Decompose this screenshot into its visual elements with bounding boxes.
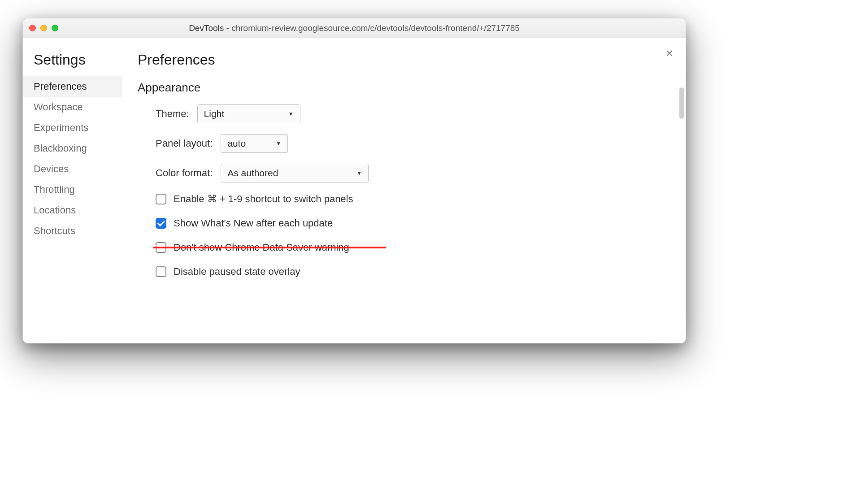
theme-row: Theme: Light ▼	[156, 104, 670, 123]
content-area: × Settings PreferencesWorkspaceExperimen…	[23, 38, 686, 343]
zoom-window-button[interactable]	[52, 25, 58, 31]
checkbox-row: Disable paused state overlay	[156, 266, 670, 278]
chevron-down-icon: ▼	[288, 111, 294, 117]
checkbox-label: Show What's New after each update	[174, 217, 333, 229]
checkbox-label: Don't show Chrome Data Saver warning	[174, 242, 349, 253]
theme-value: Light	[204, 109, 225, 119]
layout-row: Panel layout: auto ▼	[156, 134, 670, 153]
colorformat-value: As authored	[227, 168, 278, 178]
chevron-down-icon: ▼	[356, 170, 362, 176]
sidebar-item-preferences[interactable]: Preferences	[22, 76, 122, 97]
chevron-down-icon: ▼	[276, 140, 281, 147]
checkbox-row: Show What's New after each update	[156, 217, 670, 229]
colorformat-select[interactable]: As authored ▼	[221, 164, 369, 182]
checkbox[interactable]	[156, 218, 166, 229]
checkbox-row: Enable ⌘ + 1-9 shortcut to switch panels	[156, 193, 670, 205]
sidebar-item-blackboxing[interactable]: Blackboxing	[22, 138, 122, 159]
theme-select[interactable]: Light ▼	[197, 104, 300, 123]
sidebar-item-shortcuts[interactable]: Shortcuts	[22, 221, 122, 241]
window-title: DevTools - chromium-review.googlesource.…	[23, 23, 686, 33]
sidebar-item-throttling[interactable]: Throttling	[22, 179, 122, 200]
checkbox-row: Don't show Chrome Data Saver warning	[156, 242, 670, 253]
sidebar-item-workspace[interactable]: Workspace	[22, 97, 122, 117]
main-panel: Preferences Appearance Theme: Light ▼ Pa…	[122, 38, 686, 343]
layout-label: Panel layout:	[156, 138, 213, 149]
settings-sidebar: Settings PreferencesWorkspaceExperiments…	[22, 38, 122, 343]
window-title-path: chromium-review.googlesource.com/c/devto…	[231, 23, 520, 33]
page-title: Preferences	[138, 52, 670, 68]
layout-value: auto	[227, 138, 246, 149]
checkbox-label: Enable ⌘ + 1-9 shortcut to switch panels	[174, 193, 353, 205]
sidebar-title: Settings	[23, 52, 122, 76]
layout-select[interactable]: auto ▼	[221, 134, 288, 153]
close-window-button[interactable]	[29, 25, 36, 31]
window-title-label: DevTools	[189, 23, 224, 33]
sidebar-item-locations[interactable]: Locations	[22, 200, 122, 221]
checkbox[interactable]	[156, 242, 166, 253]
colorformat-row: Color format: As authored ▼	[156, 164, 670, 182]
checkbox[interactable]	[156, 266, 166, 277]
section-appearance: Appearance	[138, 81, 670, 95]
colorformat-label: Color format:	[156, 167, 213, 179]
sidebar-item-experiments[interactable]: Experiments	[22, 117, 122, 138]
traffic-lights	[29, 25, 58, 31]
app-window: DevTools - chromium-review.googlesource.…	[22, 18, 686, 343]
theme-label: Theme:	[156, 108, 189, 120]
checkbox[interactable]	[156, 194, 166, 204]
checkbox-label: Disable paused state overlay	[174, 266, 300, 278]
sidebar-item-devices[interactable]: Devices	[22, 159, 122, 179]
minimize-window-button[interactable]	[40, 25, 47, 31]
titlebar: DevTools - chromium-review.googlesource.…	[23, 18, 686, 38]
scrollbar[interactable]	[679, 87, 684, 119]
